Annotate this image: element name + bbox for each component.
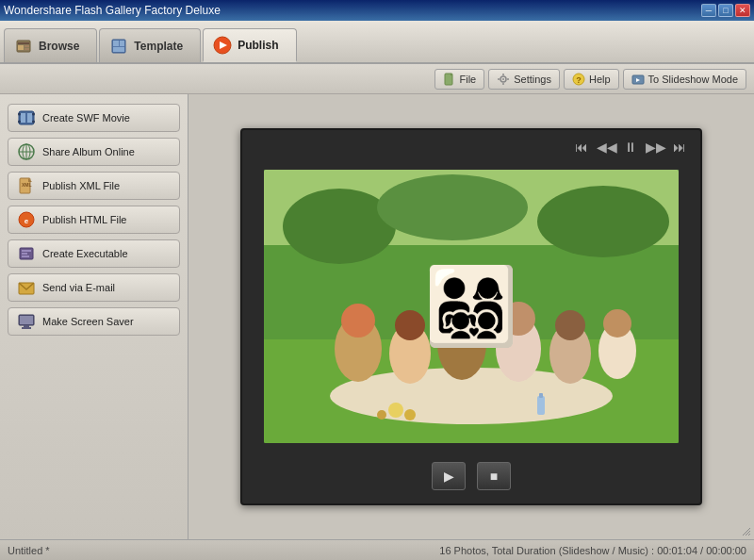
share-album-button[interactable]: Share Album Online <box>8 138 180 166</box>
svg-rect-7 <box>120 41 124 46</box>
help-label: Help <box>589 74 611 85</box>
right-content: ⏮ ◀◀ ⏸ ▶▶ ⏭ <box>188 94 754 539</box>
svg-point-29 <box>32 121 35 124</box>
svg-point-59 <box>395 310 425 340</box>
svg-rect-3 <box>25 45 29 47</box>
svg-rect-24 <box>21 113 25 123</box>
svg-rect-1 <box>18 42 29 44</box>
svg-rect-4 <box>25 48 29 50</box>
browse-icon <box>14 37 33 56</box>
resize-handle[interactable] <box>741 526 752 537</box>
left-panel: Create SWF Movie Share Album Online XML <box>0 94 188 539</box>
preview-topbar: ⏮ ◀◀ ⏸ ▶▶ ⏭ <box>250 138 693 156</box>
svg-rect-2 <box>18 45 24 50</box>
tab-publish[interactable]: Publish <box>203 28 296 62</box>
tab-publish-label: Publish <box>238 39 278 52</box>
svg-point-63 <box>501 302 535 336</box>
share-album-label: Share Album Online <box>42 146 135 157</box>
create-exe-button[interactable]: Create Executable <box>8 239 180 268</box>
svg-point-27 <box>18 121 21 124</box>
share-icon <box>18 143 35 160</box>
title-bar: Wondershare Flash Gallery Factory Deluxe… <box>0 0 754 21</box>
svg-point-57 <box>341 304 375 338</box>
svg-rect-71 <box>537 396 545 415</box>
template-icon <box>109 37 128 56</box>
svg-rect-6 <box>113 41 119 46</box>
settings-button[interactable]: Settings <box>488 69 560 90</box>
minimize-button[interactable]: ─ <box>701 4 716 17</box>
skip-back-btn[interactable]: ⏮ <box>572 140 591 155</box>
svg-point-53 <box>537 186 669 257</box>
skip-forward-btn[interactable]: ⏭ <box>670 140 689 155</box>
pause-top-btn[interactable]: ⏸ <box>621 140 640 155</box>
svg-text:?: ? <box>576 75 582 85</box>
status-right: 16 Photos, Total Duration (Slideshow / M… <box>439 545 746 556</box>
svg-text:e: e <box>25 217 29 225</box>
slideshow-label: To Slideshow Mode <box>648 74 738 85</box>
email-icon <box>18 279 35 296</box>
tab-template[interactable]: Template <box>99 28 201 62</box>
xml-icon: XML <box>18 177 35 194</box>
help-button[interactable]: ? Help <box>564 69 619 90</box>
preview-image <box>264 170 679 443</box>
send-email-label: Send via E-mail <box>42 282 115 293</box>
svg-point-14 <box>502 78 504 80</box>
toolbar: File Settings ? Help To Slideshow Mode <box>0 64 754 94</box>
svg-rect-25 <box>27 113 32 123</box>
step-back-btn[interactable]: ◀◀ <box>597 140 615 155</box>
publish-icon <box>213 36 232 55</box>
svg-point-67 <box>603 309 631 338</box>
publish-html-button[interactable]: e Publish HTML File <box>8 206 180 234</box>
stop-button[interactable]: ■ <box>477 462 511 490</box>
exe-icon <box>18 245 35 262</box>
svg-point-70 <box>377 410 386 420</box>
svg-rect-42 <box>22 253 27 255</box>
tab-template-label: Template <box>134 40 183 53</box>
publish-html-label: Publish HTML File <box>42 214 126 225</box>
tab-browse[interactable]: Browse <box>4 28 97 62</box>
svg-text:XML: XML <box>22 182 32 188</box>
file-icon <box>443 73 456 86</box>
close-button[interactable]: ✕ <box>735 4 750 17</box>
step-forward-top-btn[interactable]: ▶▶ <box>646 140 664 155</box>
status-left: Untitled * <box>8 545 50 556</box>
create-swf-label: Create SWF Movie <box>42 112 130 124</box>
html-icon: e <box>18 211 35 228</box>
swf-icon <box>18 109 35 126</box>
svg-rect-46 <box>20 316 33 324</box>
preview-controls: ▶ ■ <box>250 456 693 496</box>
maximize-button[interactable]: □ <box>718 4 733 17</box>
svg-line-75 <box>748 534 750 535</box>
slideshow-icon <box>631 73 645 86</box>
svg-point-61 <box>443 294 481 332</box>
slideshow-button[interactable]: To Slideshow Mode <box>623 69 746 90</box>
svg-point-60 <box>437 308 486 380</box>
publish-xml-button[interactable]: XML Publish XML File <box>8 172 180 200</box>
svg-point-51 <box>283 189 396 264</box>
help-icon: ? <box>572 73 585 86</box>
send-email-button[interactable]: Send via E-mail <box>8 273 180 302</box>
create-swf-button[interactable]: Create SWF Movie <box>8 104 180 132</box>
tab-bar: Browse Template Publish <box>0 21 754 64</box>
create-exe-label: Create Executable <box>42 248 128 259</box>
svg-rect-72 <box>539 393 543 398</box>
main-layout: Create SWF Movie Share Album Online XML <box>0 94 754 539</box>
screen-saver-label: Make Screen Saver <box>42 316 134 327</box>
file-label: File <box>460 74 477 85</box>
screen-saver-button[interactable]: Make Screen Saver <box>8 307 180 336</box>
tab-browse-label: Browse <box>39 40 79 53</box>
play-button[interactable]: ▶ <box>432 462 466 490</box>
status-bar: Untitled * 16 Photos, Total Duration (Sl… <box>0 539 754 560</box>
svg-point-28 <box>32 113 35 116</box>
svg-point-65 <box>555 310 585 340</box>
title-bar-controls: ─ □ ✕ <box>701 4 750 17</box>
svg-point-52 <box>377 174 528 240</box>
svg-rect-47 <box>24 325 29 327</box>
file-button[interactable]: File <box>434 69 485 90</box>
svg-rect-43 <box>22 255 29 257</box>
svg-rect-48 <box>22 327 31 329</box>
resize-icon <box>741 526 752 537</box>
preview-player: ⏮ ◀◀ ⏸ ▶▶ ⏭ <box>240 128 702 505</box>
settings-label: Settings <box>514 74 551 85</box>
settings-icon <box>497 73 510 86</box>
